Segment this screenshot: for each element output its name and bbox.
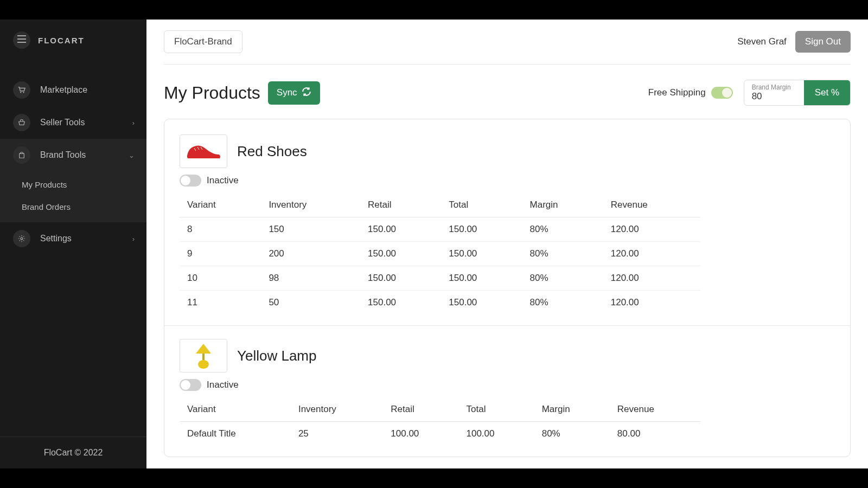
table-cell: 150.00 (360, 291, 441, 315)
brand-margin-input-wrap[interactable]: Brand Margin (744, 80, 804, 105)
table-cell: 150.00 (441, 291, 522, 315)
table-cell: 80% (522, 217, 603, 242)
table-row: Default Title25100.00100.0080%80.00 (180, 422, 700, 446)
table-cell: 10 (180, 266, 261, 291)
hamburger-icon (17, 35, 26, 45)
app-container: FLOCART Marketplace Seller Tools › (0, 20, 868, 468)
sidebar-item-label: Seller Tools (40, 118, 85, 127)
table-row: 8150150.00150.0080%120.00 (180, 217, 700, 242)
chevron-right-icon: › (132, 119, 135, 127)
subnav-item-brand-orders[interactable]: Brand Orders (0, 196, 146, 218)
table-cell: 9 (180, 242, 261, 266)
sign-out-button[interactable]: Sign Out (795, 31, 851, 53)
toggle-knob (722, 88, 732, 98)
topbar: FloCart-Brand Steven Graf Sign Out (164, 20, 851, 65)
table-cell: 80.00 (610, 422, 700, 446)
free-shipping-label: Free Shipping (648, 87, 706, 98)
chevron-right-icon: › (132, 235, 135, 243)
table-cell: 150.00 (441, 242, 522, 266)
brand-selector[interactable]: FloCart-Brand (164, 30, 242, 53)
table-cell: Default Title (180, 422, 291, 446)
letterbox-top (0, 0, 868, 20)
menu-button[interactable] (13, 31, 30, 49)
product-status: Inactive (180, 175, 835, 187)
product-active-toggle[interactable] (180, 175, 201, 187)
table-header: Retail (360, 193, 441, 217)
product-image (180, 339, 227, 373)
table-cell: 120.00 (603, 242, 700, 266)
table-header: Margin (522, 193, 603, 217)
table-header: Total (441, 193, 522, 217)
brand-title: FLOCART (38, 36, 85, 45)
main: FloCart-Brand Steven Graf Sign Out My Pr… (146, 20, 868, 468)
brand-margin-input[interactable] (752, 91, 795, 102)
brand-margin-label: Brand Margin (752, 84, 796, 91)
sidebar-item-brand-tools[interactable]: Brand Tools ⌄ (0, 139, 146, 171)
product-active-toggle[interactable] (180, 379, 201, 391)
page-header: My Products Sync Free Shipping (164, 65, 851, 119)
page-title: My Products (164, 83, 260, 103)
sidebar-item-label: Settings (40, 234, 72, 243)
page-header-left: My Products Sync (164, 81, 320, 105)
svg-point-2 (21, 237, 23, 240)
table-header: Revenue (603, 193, 700, 217)
brand-selector-value: FloCart-Brand (174, 36, 232, 47)
sidebar: FLOCART Marketplace Seller Tools › (0, 20, 146, 468)
page-header-right: Free Shipping Brand Margin Set % (648, 80, 851, 106)
table-cell: 150.00 (360, 242, 441, 266)
sidebar-item-seller-tools[interactable]: Seller Tools › (0, 106, 146, 139)
toggle-knob (181, 380, 190, 390)
table-header: Revenue (610, 397, 700, 422)
table-cell: 150 (261, 217, 360, 242)
free-shipping-toggle[interactable] (711, 87, 733, 99)
free-shipping-toggle-group: Free Shipping (648, 87, 733, 99)
product: Red ShoesInactiveVariantInventoryRetailT… (164, 121, 850, 326)
products-card: Red ShoesInactiveVariantInventoryRetailT… (164, 119, 851, 457)
table-cell: 80% (522, 266, 603, 291)
table-cell: 80% (522, 291, 603, 315)
table-header: Variant (180, 193, 261, 217)
product-status-label: Inactive (207, 380, 239, 390)
svg-point-0 (20, 92, 21, 93)
sync-button-label: Sync (277, 87, 297, 98)
subnav-item-my-products[interactable]: My Products (0, 174, 146, 196)
table-cell: 98 (261, 266, 360, 291)
set-margin-button[interactable]: Set % (804, 80, 850, 105)
table-cell: 120.00 (603, 291, 700, 315)
table-cell: 100.00 (459, 422, 534, 446)
table-cell: 150.00 (360, 266, 441, 291)
product: Yellow LampInactiveVariantInventoryRetai… (164, 326, 850, 457)
table-row: 1150150.00150.0080%120.00 (180, 291, 700, 315)
sidebar-item-settings[interactable]: Settings › (0, 222, 146, 255)
letterbox-bottom (0, 468, 868, 488)
product-header: Yellow Lamp (180, 339, 835, 373)
table-cell: 150.00 (441, 266, 522, 291)
variant-table: VariantInventoryRetailTotalMarginRevenue… (180, 397, 700, 446)
sync-button[interactable]: Sync (268, 81, 320, 105)
product-name: Red Shoes (237, 143, 307, 160)
table-cell: 11 (180, 291, 261, 315)
cart-icon (13, 81, 30, 99)
product-image (180, 134, 227, 168)
svg-rect-3 (202, 354, 205, 360)
table-header: Inventory (261, 193, 360, 217)
table-row: 9200150.00150.0080%120.00 (180, 242, 700, 266)
table-cell: 120.00 (603, 266, 700, 291)
table-cell: 100.00 (383, 422, 458, 446)
table-cell: 25 (291, 422, 383, 446)
table-cell: 120.00 (603, 217, 700, 242)
sidebar-nav: Marketplace Seller Tools › Brand Tools ⌄… (0, 61, 146, 436)
table-header: Margin (534, 397, 610, 422)
table-cell: 80% (522, 242, 603, 266)
product-status: Inactive (180, 379, 835, 391)
subnav-item-label: My Products (22, 180, 67, 189)
sidebar-item-label: Marketplace (40, 85, 87, 95)
product-name: Yellow Lamp (237, 348, 316, 364)
table-header: Retail (383, 397, 458, 422)
svg-point-1 (23, 92, 24, 93)
sidebar-item-marketplace[interactable]: Marketplace (0, 74, 146, 106)
sidebar-header: FLOCART (0, 20, 146, 61)
basket-icon (13, 114, 30, 131)
subnav-item-label: Brand Orders (22, 202, 71, 211)
table-cell: 80% (534, 422, 610, 446)
